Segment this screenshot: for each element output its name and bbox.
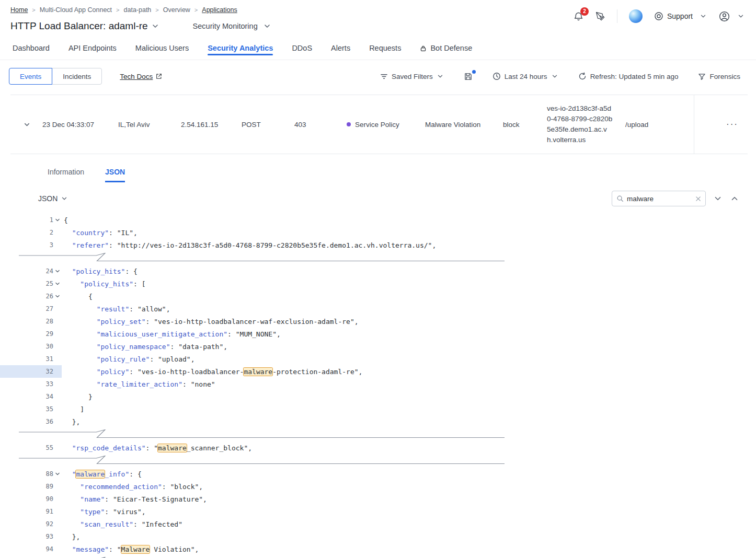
json-view-dropdown[interactable]: JSON <box>38 194 68 203</box>
line-number: 1 <box>0 214 62 226</box>
pen-tool-icon[interactable] <box>595 11 605 21</box>
line-number: 32 <box>0 365 62 378</box>
fold-toggle-icon[interactable] <box>53 269 62 274</box>
code-text: "policy": "ves-io-http-loadbalancer-malw… <box>62 368 362 376</box>
tech-docs-link[interactable]: Tech Docs <box>120 73 162 80</box>
tab-dashboard[interactable]: Dashboard <box>13 44 50 60</box>
event-method: POST <box>242 121 294 129</box>
code-text: { <box>62 216 68 224</box>
event-timestamp: 23 Dec 04:33:07 <box>42 121 118 129</box>
code-line-27: 27 "result": "allow", <box>0 303 756 315</box>
code-line-93: 93 }, <box>0 530 756 543</box>
support-ring-icon <box>654 11 663 21</box>
code-text: "policy_hits": [ <box>62 280 146 288</box>
tab-label: Bot Defense <box>430 44 472 52</box>
tab-label: Malicious Users <box>135 44 189 52</box>
code-line-55: 55 "rsp_code_details": "malware_scanner_… <box>0 441 756 454</box>
forensics-button[interactable]: Forensics <box>698 73 740 80</box>
search-match-highlight: malware <box>158 444 187 452</box>
line-number: 90 <box>0 493 62 505</box>
support-menu[interactable]: Support <box>654 11 707 21</box>
event-path: /upload <box>625 121 694 129</box>
tab-requests[interactable]: Requests <box>369 44 401 60</box>
events-button[interactable]: Events <box>9 68 52 85</box>
fold-toggle-icon[interactable] <box>53 281 62 286</box>
next-match-chevron-down-icon[interactable] <box>713 194 723 203</box>
chevron-down-icon <box>263 22 271 30</box>
prev-match-chevron-up-icon[interactable] <box>730 194 739 203</box>
event-table-row[interactable]: 23 Dec 04:33:07 IL,Tel Aviv 2.54.161.15 … <box>10 95 748 154</box>
code-line-36: 36 }, <box>0 415 756 428</box>
breadcrumb-item[interactable]: Multi-Cloud App Connect <box>40 6 112 14</box>
code-text: "type": "virus", <box>62 508 146 516</box>
incidents-button[interactable]: Incidents <box>52 68 102 85</box>
tab-ddos[interactable]: DDoS <box>292 44 312 60</box>
page-title-chevron-icon[interactable] <box>151 22 159 30</box>
tab-security-analytics[interactable]: Security Analytics <box>208 44 273 60</box>
code-text: "rate_limiter_action": "none" <box>62 380 215 388</box>
tab-bot-defense[interactable]: Bot Defense <box>420 44 472 60</box>
row-menu-button[interactable]: ··· <box>694 95 748 154</box>
tab-label: DDoS <box>292 44 312 52</box>
code-line-26: 26 { <box>0 290 756 303</box>
code-line-31: 31 "policy_rule": "upload", <box>0 353 756 365</box>
support-label: Support <box>667 12 693 20</box>
ai-assistant-orb-icon[interactable] <box>629 9 643 23</box>
account-menu[interactable] <box>718 10 744 22</box>
fold-toggle-icon[interactable] <box>53 217 62 223</box>
line-number: 3 <box>0 239 62 251</box>
line-number: 36 <box>0 415 62 428</box>
account-person-icon <box>718 10 730 22</box>
breadcrumb-item[interactable]: data-path <box>124 6 152 14</box>
tab-malicious-users[interactable]: Malicious Users <box>135 44 189 60</box>
external-link-icon <box>156 73 162 79</box>
search-input[interactable] <box>627 195 692 203</box>
line-number: 89 <box>0 480 62 493</box>
code-line-1: 1{ <box>0 214 756 226</box>
code-text: ] <box>62 405 84 413</box>
code-text: "scan_result": "Infected" <box>62 520 182 528</box>
tab-label: Security Analytics <box>208 44 273 52</box>
top-actions: 2 Support <box>573 9 744 23</box>
save-floppy-icon <box>464 72 473 81</box>
event-location: IL,Tel Aviv <box>118 121 181 129</box>
clear-search-icon[interactable] <box>695 196 701 202</box>
security-monitoring-select[interactable]: Security Monitoring <box>193 22 271 30</box>
tab-json[interactable]: JSON <box>105 168 125 182</box>
tab-api-endpoints[interactable]: API Endpoints <box>68 44 117 60</box>
code-text: { <box>62 293 93 300</box>
refresh-button[interactable]: Refresh: Updated 5 min ago <box>578 72 679 80</box>
time-range-dropdown[interactable]: Last 24 hours <box>492 72 558 80</box>
collapsed-lines-separator[interactable] <box>19 253 756 262</box>
breadcrumb-item[interactable]: Home <box>10 6 28 14</box>
main-tabs: DashboardAPI EndpointsMalicious UsersSec… <box>0 34 756 60</box>
notifications-bell-icon[interactable]: 2 <box>573 11 584 22</box>
notifications-badge: 2 <box>580 7 589 16</box>
collapsed-lines-separator[interactable] <box>19 429 756 438</box>
search-match-highlight: malware <box>244 368 272 376</box>
line-number: 28 <box>0 315 62 328</box>
line-number: 24 <box>0 265 62 277</box>
chevron-down-icon <box>61 195 68 202</box>
row-expander-chevron-icon[interactable] <box>10 121 42 129</box>
breadcrumb-item[interactable]: Overview <box>163 6 190 14</box>
search-icon <box>616 195 624 202</box>
fold-toggle-icon[interactable] <box>53 294 62 299</box>
line-number: 29 <box>0 328 62 340</box>
saved-filters-dropdown[interactable]: Saved Filters <box>380 73 444 80</box>
breadcrumb-item[interactable]: Applications <box>202 6 237 14</box>
code-text: }, <box>62 533 80 541</box>
save-filter-button[interactable] <box>464 72 473 81</box>
collapsed-lines-separator[interactable] <box>19 456 756 464</box>
code-text: "result": "allow", <box>62 305 170 313</box>
fold-toggle-icon[interactable] <box>53 471 62 476</box>
refresh-label: Refresh: Updated 5 min ago <box>590 73 679 80</box>
code-line-2: 2 "country": "IL", <box>0 226 756 239</box>
clock-icon <box>492 72 501 80</box>
json-view-label: JSON <box>38 194 58 203</box>
tab-information[interactable]: Information <box>48 168 84 182</box>
tab-label: API Endpoints <box>68 44 117 52</box>
top-bar: Home>Multi-Cloud App Connect>data-path>O… <box>0 0 756 34</box>
tab-alerts[interactable]: Alerts <box>331 44 350 60</box>
line-number: 2 <box>0 226 62 239</box>
